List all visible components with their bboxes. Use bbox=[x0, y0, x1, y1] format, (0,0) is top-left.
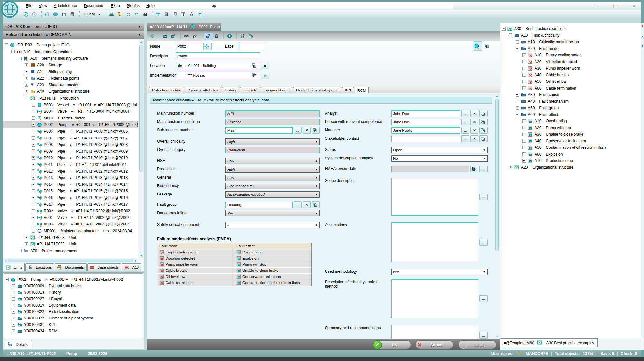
tree-item-p007[interactable]: +P007Pipe« =P1.H4.T1.P007.@Link@P007 bbox=[3, 135, 138, 141]
clear-button[interactable]: × bbox=[470, 127, 478, 134]
tree-item-a40[interactable]: +A40Cable breaks bbox=[501, 72, 641, 79]
field-redundancy[interactable]: One that can fail▼ bbox=[225, 183, 320, 189]
tree-item-p015[interactable]: +P015Pipe« =P1.H4.T1.P015.@Link@P015 bbox=[3, 188, 138, 195]
tree-item-p016[interactable]: +P016Pipe« =P1.H4.T1.P016.@Link@P016 bbox=[3, 195, 138, 201]
scrollbar-thumb[interactable] bbox=[8, 259, 133, 262]
field-description-of-criticality-analysis-method[interactable] bbox=[391, 279, 478, 318]
collapse-toggle[interactable]: − bbox=[516, 47, 519, 50]
location-clear-button[interactable]: × bbox=[261, 62, 269, 69]
field-general[interactable]: Low▼ bbox=[225, 175, 320, 181]
object-tab[interactable]: =A10.A10==P1.H4.T1 P002 Pump bbox=[147, 23, 221, 31]
expand-toggle[interactable]: + bbox=[12, 329, 15, 333]
expand-toggle[interactable]: + bbox=[522, 67, 526, 70]
menu-file[interactable]: File bbox=[23, 3, 35, 9]
field-overall-criticality[interactable]: High▼ bbox=[225, 138, 320, 145]
field-person-with-relevant-competence[interactable] bbox=[391, 119, 460, 125]
field-hse[interactable]: Low▼ bbox=[225, 158, 320, 164]
expand-toggle[interactable]: + bbox=[32, 130, 35, 133]
tree-item-a50[interactable]: +A50Oil level low bbox=[501, 78, 641, 85]
tree-item-a40[interactable]: +A40Organizational structure bbox=[3, 88, 138, 95]
link2-button[interactable] bbox=[191, 33, 200, 40]
tree-item-p013[interactable]: +P013Pipe« =P1.H4.T1.P013.@Link@P013 bbox=[3, 175, 138, 181]
pump-object-button[interactable] bbox=[473, 41, 482, 51]
expand-toggle[interactable]: + bbox=[32, 103, 35, 107]
tree-item-m001[interactable]: +M001Electrical motor bbox=[3, 115, 138, 122]
tree-item-a30[interactable]: +A30Fault cause bbox=[501, 91, 641, 98]
field-stakeholder-contact[interactable] bbox=[391, 136, 460, 142]
tree-item-a20[interactable]: −A20Fault mode bbox=[501, 45, 641, 52]
implementation-clear-button[interactable]: × bbox=[261, 72, 269, 79]
fwd-button[interactable] bbox=[31, 11, 39, 18]
expand-toggle[interactable]: + bbox=[12, 284, 15, 288]
tab-best-practice-examples[interactable]: =@Template.M60 A30 Best practice example… bbox=[500, 338, 598, 347]
apply-button[interactable]: Apply bbox=[458, 340, 496, 349]
unlock-button[interactable] bbox=[204, 33, 213, 40]
db-button[interactable] bbox=[44, 11, 52, 18]
goto-button[interactable] bbox=[312, 201, 320, 208]
tree-item-p1-h4-t1p002[interactable]: +=P1.H4.T1P002Unit bbox=[3, 241, 138, 248]
field-fault-group[interactable] bbox=[225, 202, 293, 208]
expand-toggle[interactable]: + bbox=[516, 106, 519, 110]
tree-item-a10[interactable]: −A10Siemens Industry Software bbox=[3, 55, 138, 62]
expand-toggle[interactable]: + bbox=[32, 169, 35, 173]
search-binoculars-icon[interactable] bbox=[211, 3, 217, 9]
tree-item-a10[interactable]: −A10Risk & criticality bbox=[501, 32, 641, 39]
redo-button[interactable] bbox=[133, 11, 142, 18]
minimize-button[interactable]: – bbox=[592, 3, 598, 8]
star-button[interactable] bbox=[188, 11, 196, 18]
expand-toggle[interactable]: + bbox=[12, 323, 15, 327]
tree-item-a50[interactable]: +A50Contamination of oil results in flas… bbox=[501, 144, 641, 151]
scroll-down-icon[interactable]: ▼ bbox=[495, 334, 499, 339]
goto-button[interactable] bbox=[479, 127, 488, 134]
tree-item-a20[interactable]: +A20Pump will stop bbox=[501, 125, 641, 131]
tree-item-y00t00322[interactable]: +Y00T00322Risk classification bbox=[4, 309, 143, 315]
field-used-methodology[interactable]: N/A▼ bbox=[391, 269, 488, 275]
tree-item-a30[interactable]: +A30Pump impeller worn bbox=[501, 65, 641, 72]
tab-element-of-a-plant-system[interactable]: Element of a plant system bbox=[293, 87, 341, 93]
name-input[interactable] bbox=[176, 43, 202, 50]
field-sub-function-number[interactable] bbox=[225, 127, 293, 134]
fmea-row[interactable]: Oil level lowConservator tank alarm bbox=[157, 274, 311, 280]
expand-toggle[interactable]: + bbox=[522, 152, 526, 156]
tab-lifecycle[interactable]: Lifecycle bbox=[240, 87, 260, 93]
tree-item-r002[interactable]: +R002Valve« =P1.H4.T1-R002.@Link@R002 bbox=[3, 208, 138, 214]
calendar-button[interactable] bbox=[470, 166, 478, 172]
collapse-toggle[interactable]: − bbox=[5, 278, 9, 281]
expand-toggle[interactable]: + bbox=[12, 297, 15, 301]
tab-risk-classification[interactable]: Risk classification bbox=[149, 87, 184, 93]
browse-button[interactable]: … bbox=[294, 127, 302, 134]
menu-help[interactable]: Help bbox=[143, 3, 158, 9]
tree-item-b004[interactable]: +B004Valve« =P1.H4.T1-B004.@Link@B004 bbox=[3, 108, 138, 115]
menu-view[interactable]: View bbox=[35, 3, 51, 9]
expand-toggle[interactable]: + bbox=[522, 126, 526, 129]
expand-toggle[interactable]: + bbox=[522, 146, 526, 149]
field-production[interactable]: High▼ bbox=[225, 166, 320, 173]
tree-item-p011[interactable]: +P011Pipe« =P1.H4.T1.P011.@Link@P011 bbox=[3, 161, 138, 168]
scroll-up-icon[interactable]: ▲ bbox=[139, 40, 144, 44]
tab-dynamic-attributes[interactable]: Dynamic attributes bbox=[185, 87, 221, 93]
tree-item-p010[interactable]: +P010Pipe« =P1.H4.T1.P010.@Link@P010 bbox=[3, 155, 138, 161]
expand-toggle[interactable]: + bbox=[522, 73, 526, 77]
expand-toggle[interactable]: + bbox=[25, 83, 28, 87]
expand-toggle[interactable]: + bbox=[32, 136, 35, 140]
tree-item-idb-p03[interactable]: −iDB_P03Demo project IE IO bbox=[3, 42, 138, 49]
menu-extra[interactable]: Extra bbox=[108, 3, 123, 9]
dbexcl-button[interactable] bbox=[247, 33, 256, 40]
listpair-button[interactable] bbox=[239, 33, 247, 40]
query-dropdown[interactable]: Query▼ bbox=[82, 11, 104, 18]
field-leakage[interactable]: No evaluation required▼ bbox=[225, 191, 320, 198]
fmea-row[interactable]: Empty cooling waterOverheating bbox=[157, 249, 311, 255]
fmea-row[interactable]: Cable terminationContamination of oil re… bbox=[157, 280, 311, 286]
maximize-button[interactable]: □ bbox=[612, 3, 618, 8]
browse-button[interactable]: … bbox=[479, 194, 488, 200]
tree-item-p009[interactable]: +P009Pipe« =P1.H4.T1.P009.@Link@P009 bbox=[3, 148, 138, 155]
project-selector[interactable]: iDB_P03 Demo project IE IO ▼ bbox=[3, 23, 144, 31]
tree-item-v003[interactable]: +V003Valve« =P1.H4.T1-V003.@Link@V003 bbox=[3, 221, 138, 228]
tree-item-y00t00431[interactable]: +Y00T00431KPI bbox=[4, 321, 143, 328]
tree-item-y00t00013[interactable]: +Y00T00013History bbox=[4, 289, 143, 296]
scroll-right-icon[interactable]: ► bbox=[134, 259, 138, 262]
field-analyst[interactable] bbox=[391, 110, 460, 117]
field-assumptions[interactable] bbox=[391, 222, 478, 262]
expand-toggle[interactable]: + bbox=[32, 123, 35, 127]
panel-tab-documents[interactable]: Documents bbox=[55, 263, 86, 271]
